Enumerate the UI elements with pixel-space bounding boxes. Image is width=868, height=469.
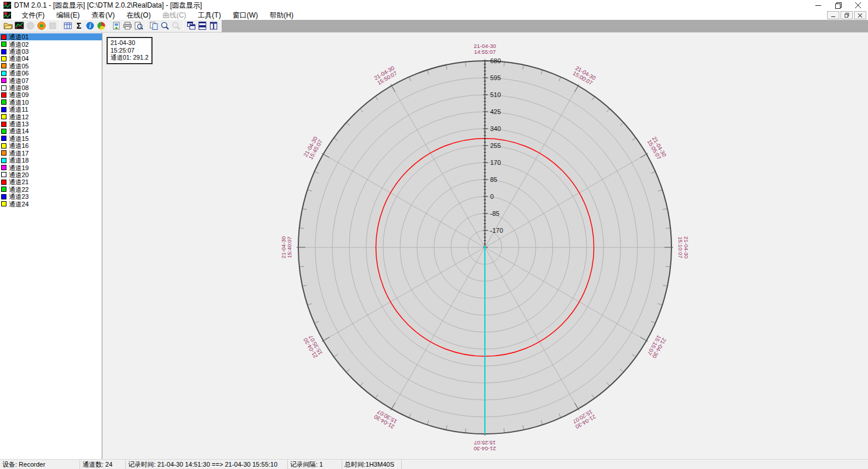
channel-label: 通道13 <box>9 120 29 127</box>
channel-list-item-23[interactable]: 通道23 <box>0 193 102 200</box>
channel-color-swatch <box>1 107 6 112</box>
channel-list-item-13[interactable]: 通道13 <box>0 120 102 127</box>
channel-list-item-10[interactable]: 通道10 <box>0 99 102 106</box>
channel-list-item-11[interactable]: 通道11 <box>0 106 102 113</box>
svg-text:425: 425 <box>490 108 501 115</box>
channel-list-item-12[interactable]: 通道12 <box>0 113 102 120</box>
menu-item-7[interactable]: 帮助(H) <box>264 10 299 21</box>
close-button[interactable] <box>848 0 868 11</box>
print-preview-button[interactable] <box>133 20 144 32</box>
channel-list-item-17[interactable]: 通道17 <box>0 150 102 157</box>
child-restore-icon <box>845 13 849 18</box>
channel-color-swatch <box>1 136 6 141</box>
child-restore-button[interactable] <box>841 11 853 19</box>
channel-color-swatch <box>1 187 6 192</box>
toolbar: Σi <box>0 20 868 32</box>
channel-list-item-19[interactable]: 通道19 <box>0 164 102 171</box>
menu-bar: 文件(F)编辑(E)查看(V)在线(O)曲线(C)工具(T)窗口(W)帮助(H) <box>0 11 868 20</box>
channel-label: 通道19 <box>9 164 29 171</box>
child-close-icon <box>858 13 862 18</box>
menu-item-6[interactable]: 窗口(W) <box>227 10 264 21</box>
menu-item-5[interactable]: 工具(T) <box>192 10 226 21</box>
tooltip-value: 通道01: 291.2 <box>111 54 149 61</box>
export-image-icon <box>112 21 121 30</box>
channel-list-item-24[interactable]: 通道24 <box>0 200 102 207</box>
channel-list-panel: 通道01通道02通道03通道04通道05通道06通道07通道08通道09通道10… <box>0 33 102 459</box>
print-button[interactable] <box>122 20 133 32</box>
channel-list-item-7[interactable]: 通道07 <box>0 77 102 84</box>
channel-list-item-22[interactable]: 通道22 <box>0 186 102 193</box>
trend-view-button[interactable] <box>13 20 25 32</box>
time-label: 21-04-3015:30:07 <box>373 408 398 430</box>
channel-list-item-15[interactable]: 通道15 <box>0 135 102 142</box>
channel-label: 通道07 <box>9 77 29 84</box>
cascade-windows-button[interactable] <box>185 20 197 32</box>
zoom-in-button[interactable] <box>159 20 170 32</box>
status-bar: 设备: Recorder 通道数: 24 记录时间: 21-04-30 14:5… <box>0 459 868 469</box>
restore-button[interactable] <box>828 0 848 11</box>
channel-label: 通道01 <box>9 33 29 40</box>
svg-text:i: i <box>89 23 91 29</box>
record-active-button[interactable] <box>36 20 47 32</box>
menu-item-0[interactable]: 文件(F) <box>16 10 50 21</box>
app-icon <box>4 2 11 9</box>
channel-color-swatch <box>1 201 6 206</box>
channel-list-item-6[interactable]: 通道06 <box>0 70 102 77</box>
channel-color-swatch <box>1 122 6 127</box>
channel-list-item-21[interactable]: 通道21 <box>0 178 102 185</box>
channel-list-item-8[interactable]: 通道08 <box>0 84 102 91</box>
channel-list-item-3[interactable]: 通道03 <box>0 48 102 55</box>
channel-list-item-18[interactable]: 通道18 <box>0 157 102 164</box>
window-title: DTM 2.0.1 - [圆盘显示] [C:\DTM 2.0.2\RealDat… <box>14 1 808 11</box>
menu-item-2[interactable]: 查看(V) <box>85 10 120 21</box>
channel-color-swatch <box>1 150 6 156</box>
pie-chart-button[interactable] <box>95 20 106 32</box>
status-filler <box>402 460 868 469</box>
open-file-button[interactable] <box>2 20 13 32</box>
polar-chart[interactable]: 680595510425340255170850-85-17021-04-301… <box>102 33 867 460</box>
record-active-icon <box>37 21 46 30</box>
child-minimize-button[interactable] <box>827 11 839 19</box>
channel-label: 通道03 <box>9 48 29 55</box>
copy-button[interactable] <box>148 20 159 32</box>
time-label: 21-04-3015:50:07 <box>373 64 398 86</box>
channel-list-item-4[interactable]: 通道04 <box>0 55 102 62</box>
channel-color-swatch <box>1 92 6 98</box>
minimize-button[interactable] <box>808 0 828 11</box>
channel-label: 通道16 <box>9 142 29 149</box>
zoom-out-icon <box>171 21 181 30</box>
chart-area: 680595510425340255170850-85-17021-04-301… <box>102 33 868 459</box>
sum-sigma-icon: Σ <box>74 21 84 30</box>
tile-horizontal-button[interactable] <box>197 20 208 32</box>
menu-item-3[interactable]: 在线(O) <box>120 10 156 21</box>
child-close-button[interactable] <box>854 11 866 19</box>
svg-text:-170: -170 <box>490 227 503 234</box>
svg-text:14:55:07: 14:55:07 <box>474 49 496 55</box>
channel-list-item-20[interactable]: 通道20 <box>0 171 102 178</box>
tooltip-time: 15:25:07 <box>111 47 149 54</box>
channel-color-swatch <box>1 85 6 91</box>
channel-list-item-1[interactable]: 通道01 <box>0 33 102 40</box>
sum-sigma-button[interactable]: Σ <box>73 20 84 32</box>
print-icon <box>123 21 132 30</box>
channel-label: 通道12 <box>9 113 29 120</box>
info-button[interactable]: i <box>84 20 95 32</box>
channel-list-item-9[interactable]: 通道09 <box>0 91 102 98</box>
channel-label: 通道06 <box>9 70 29 77</box>
data-table-icon <box>63 21 73 30</box>
channel-list-item-5[interactable]: 通道05 <box>0 63 102 70</box>
time-label: 21-04-3015:00:07 <box>571 64 597 86</box>
cascade-windows-icon <box>187 21 196 30</box>
channel-list-item-2[interactable]: 通道02 <box>0 40 102 47</box>
channel-label: 通道22 <box>9 186 29 193</box>
channel-color-swatch <box>1 99 6 105</box>
status-total-time: 总时间:1H3M40S <box>342 460 402 469</box>
data-table-button[interactable] <box>62 20 73 32</box>
menu-item-1[interactable]: 编辑(E) <box>50 10 85 21</box>
channel-list-item-16[interactable]: 通道16 <box>0 142 102 149</box>
info-icon: i <box>85 21 95 30</box>
tile-vertical-button[interactable] <box>208 20 219 32</box>
export-image-button[interactable] <box>111 20 122 32</box>
svg-text:510: 510 <box>490 91 501 98</box>
channel-list-item-14[interactable]: 通道14 <box>0 127 102 135</box>
